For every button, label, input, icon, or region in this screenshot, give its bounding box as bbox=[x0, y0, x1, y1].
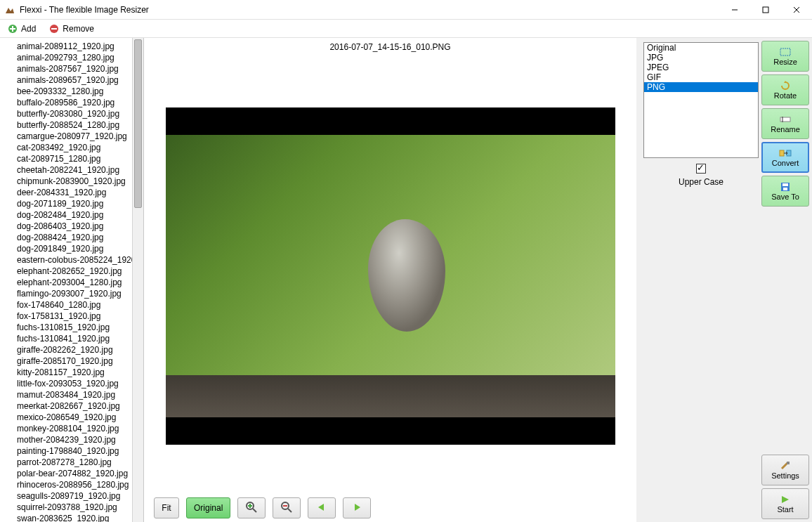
fit-button[interactable]: Fit bbox=[154, 497, 179, 518]
file-item[interactable]: fuchs-1310841_1920.jpg bbox=[3, 333, 132, 344]
file-item[interactable]: deer-2084331_1920.jpg bbox=[3, 187, 132, 198]
file-item[interactable]: dog-2082484_1920.jpg bbox=[3, 209, 132, 221]
start-icon bbox=[779, 495, 792, 504]
format-list[interactable]: OriginalJPGJPEGGIFPNG bbox=[643, 42, 759, 158]
file-item[interactable]: dog-2086403_1920.jpg bbox=[3, 221, 132, 232]
svg-rect-14 bbox=[780, 48, 790, 56]
file-item[interactable]: animals-2089657_1920.jpg bbox=[3, 74, 132, 86]
file-item[interactable]: monkey-2088104_1920.jpg bbox=[3, 423, 132, 434]
format-option[interactable]: JPEG bbox=[644, 63, 758, 72]
file-item[interactable]: flamingo-2093007_1920.jpg bbox=[3, 288, 132, 299]
preview-image bbox=[166, 135, 615, 417]
upper-case-label: Upper Case bbox=[679, 177, 723, 187]
resize-icon bbox=[779, 47, 792, 57]
remove-icon bbox=[48, 23, 60, 34]
app-icon bbox=[4, 4, 15, 15]
file-item[interactable]: cat-2089715_1280.jpg bbox=[3, 153, 132, 164]
svg-rect-15 bbox=[780, 117, 790, 122]
file-list-panel: animal-2089112_1920.jpganimal-2092793_12… bbox=[0, 38, 144, 522]
file-item[interactable]: eastern-colobus-2085224_1920.jpg bbox=[3, 254, 132, 266]
preview-toolbar: Fit Original bbox=[150, 494, 631, 522]
scrollbar-thumb[interactable] bbox=[134, 39, 142, 208]
plus-icon bbox=[7, 23, 18, 34]
file-item[interactable]: dog-2071189_1920.jpg bbox=[3, 198, 132, 209]
file-item[interactable]: butterfly-2088524_1280.jpg bbox=[3, 119, 132, 131]
svg-rect-1 bbox=[763, 7, 768, 13]
file-item[interactable]: rhinoceros-2088956_1280.jpg bbox=[3, 479, 132, 490]
zoom-out-icon bbox=[280, 501, 293, 516]
resize-button[interactable]: Resize bbox=[761, 41, 809, 72]
file-list[interactable]: animal-2089112_1920.jpganimal-2092793_12… bbox=[0, 38, 132, 522]
file-item[interactable]: animal-2092793_1280.jpg bbox=[3, 52, 132, 63]
file-item[interactable]: dog-2088424_1920.jpg bbox=[3, 232, 132, 243]
file-item[interactable]: mexico-2086549_1920.jpg bbox=[3, 412, 132, 423]
file-item[interactable]: mamut-2083484_1920.jpg bbox=[3, 389, 132, 400]
format-option[interactable]: PNG bbox=[644, 82, 758, 92]
file-item[interactable]: swan-2083625_1920.jpg bbox=[3, 513, 132, 522]
file-item[interactable]: chipmunk-2083900_1920.jpg bbox=[3, 176, 132, 187]
close-button[interactable] bbox=[781, 0, 812, 19]
file-item[interactable]: fox-1758131_1920.jpg bbox=[3, 311, 132, 322]
add-button[interactable]: Add bbox=[4, 22, 39, 36]
file-item[interactable]: animal-2089112_1920.jpg bbox=[3, 41, 132, 52]
remove-label: Remove bbox=[63, 24, 94, 34]
file-item[interactable]: kitty-2081157_1920.jpg bbox=[3, 367, 132, 378]
remove-button[interactable]: Remove bbox=[46, 22, 97, 36]
convert-button[interactable]: Convert bbox=[761, 142, 809, 173]
file-item[interactable]: bee-2093332_1280.jpg bbox=[3, 86, 132, 97]
svg-rect-20 bbox=[782, 183, 788, 186]
svg-line-8 bbox=[253, 509, 256, 512]
upper-case-option[interactable]: Upper Case bbox=[643, 164, 759, 187]
upper-case-checkbox[interactable] bbox=[696, 164, 706, 174]
file-item[interactable]: mother-2084239_1920.jpg bbox=[3, 434, 132, 445]
arrow-right-icon bbox=[351, 502, 363, 514]
prev-button[interactable] bbox=[308, 497, 336, 518]
file-item[interactable]: parrot-2087278_1280.jpg bbox=[3, 457, 132, 468]
file-item[interactable]: cheetah-2082241_1920.jpg bbox=[3, 164, 132, 176]
file-item[interactable]: squirrel-2093788_1920.jpg bbox=[3, 502, 132, 513]
save-to-button[interactable]: Save To bbox=[761, 176, 809, 207]
format-option[interactable]: JPG bbox=[644, 53, 758, 63]
file-item[interactable]: fox-1748640_1280.jpg bbox=[3, 299, 132, 311]
maximize-button[interactable] bbox=[750, 0, 781, 19]
file-item[interactable]: little-fox-2093053_1920.jpg bbox=[3, 378, 132, 389]
rotate-button[interactable]: Rotate bbox=[761, 74, 809, 105]
file-item[interactable]: butterfly-2083080_1920.jpg bbox=[3, 108, 132, 119]
title-bar: Flexxi - The flexible Image Resizer bbox=[0, 0, 812, 20]
file-item[interactable]: elephant-2082652_1920.jpg bbox=[3, 266, 132, 277]
original-button[interactable]: Original bbox=[186, 497, 230, 518]
file-item[interactable]: fuchs-1310815_1920.jpg bbox=[3, 322, 132, 333]
file-item[interactable]: giraffe-2085170_1920.jpg bbox=[3, 355, 132, 367]
preview-frame bbox=[166, 107, 615, 445]
save-icon bbox=[779, 182, 792, 192]
file-item[interactable]: polar-bear-2074882_1920.jpg bbox=[3, 468, 132, 479]
settings-button[interactable]: Settings bbox=[761, 455, 809, 485]
file-item[interactable]: animals-2087567_1920.jpg bbox=[3, 63, 132, 74]
preview-panel: 2016-07-07_14-15-16_010.PNG Fit Original bbox=[144, 38, 636, 522]
rotate-icon bbox=[779, 81, 792, 91]
zoom-out-button[interactable] bbox=[273, 497, 301, 518]
format-option[interactable]: GIF bbox=[644, 72, 758, 82]
file-item[interactable]: buffalo-2089586_1920.jpg bbox=[3, 97, 132, 108]
action-sidebar: Resize Rotate Rename Convert Save To S bbox=[761, 38, 812, 522]
zoom-in-icon bbox=[245, 501, 258, 516]
rename-button[interactable]: Rename bbox=[761, 108, 809, 139]
file-item[interactable]: elephant-2093004_1280.jpg bbox=[3, 277, 132, 288]
window-title: Flexxi - The flexible Image Resizer bbox=[20, 5, 719, 15]
file-item[interactable]: giraffe-2082262_1920.jpg bbox=[3, 344, 132, 355]
next-button[interactable] bbox=[343, 497, 371, 518]
file-list-scrollbar[interactable] bbox=[132, 38, 143, 522]
svg-line-12 bbox=[288, 509, 292, 512]
minimize-button[interactable] bbox=[719, 0, 750, 19]
file-item[interactable]: cat-2083492_1920.jpg bbox=[3, 142, 132, 153]
file-item[interactable]: painting-1798840_1920.jpg bbox=[3, 445, 132, 457]
zoom-in-button[interactable] bbox=[237, 497, 266, 518]
right-panel: OriginalJPGJPEGGIFPNG Upper Case Resize … bbox=[636, 38, 812, 522]
file-item[interactable]: meerkat-2082667_1920.jpg bbox=[3, 400, 132, 412]
file-item[interactable]: dog-2091849_1920.jpg bbox=[3, 243, 132, 254]
format-option[interactable]: Original bbox=[644, 43, 758, 53]
file-item[interactable]: seagulls-2089719_1920.jpg bbox=[3, 490, 132, 502]
start-button[interactable]: Start bbox=[761, 488, 809, 519]
file-item[interactable]: camargue-2080977_1920.jpg bbox=[3, 131, 132, 142]
arrow-left-icon bbox=[315, 502, 328, 514]
